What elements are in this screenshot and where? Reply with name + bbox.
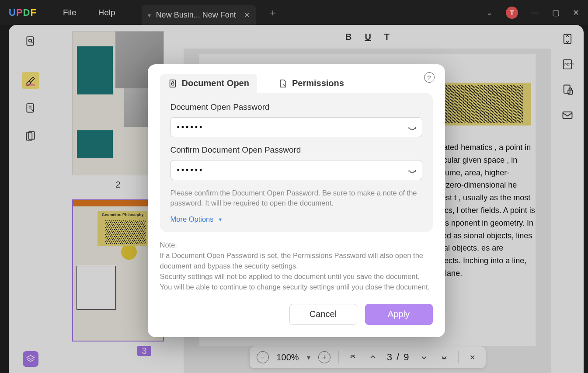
- user-avatar[interactable]: T: [506, 7, 518, 19]
- confirm-password-label: Confirm Document Open Password: [170, 145, 422, 155]
- document-tab[interactable]: ▾ New Busin... New Font ✕: [142, 5, 256, 25]
- maximize-icon[interactable]: ▢: [552, 8, 560, 17]
- reveal-password-icon[interactable]: [407, 122, 417, 133]
- password-hint: Please confirm the Document Open Passwor…: [170, 188, 422, 208]
- chevron-down-icon: ▼: [218, 217, 223, 222]
- menu-help[interactable]: Help: [98, 8, 115, 17]
- workspace: 2 Geometric Philosophy 3 B U T topology …: [9, 25, 584, 373]
- close-tab-icon[interactable]: ✕: [244, 11, 250, 19]
- password-input[interactable]: [170, 117, 422, 137]
- tab-document-open[interactable]: Document Open: [160, 74, 257, 93]
- modal-overlay: ? Document Open Permissions Document Ope…: [9, 25, 584, 373]
- confirm-password-input[interactable]: [170, 160, 422, 180]
- add-tab-button[interactable]: ＋: [268, 6, 278, 19]
- tab-document-open-label: Document Open: [182, 78, 249, 88]
- svg-rect-12: [170, 80, 175, 87]
- password-label: Document Open Password: [170, 102, 422, 112]
- cancel-button[interactable]: Cancel: [289, 304, 357, 325]
- menubar: File Help: [63, 8, 115, 17]
- tab-title: New Busin... New Font: [156, 10, 236, 20]
- permissions-icon: [278, 79, 288, 88]
- window-dropdown-icon[interactable]: ⌄: [486, 8, 493, 17]
- dialog-note: Note: If a Document Open Password is set…: [160, 240, 433, 293]
- tab-permissions-label: Permissions: [292, 78, 344, 88]
- tab-permissions[interactable]: Permissions: [270, 74, 352, 93]
- document-open-panel: Document Open Password Confirm Document …: [160, 93, 433, 232]
- help-icon[interactable]: ?: [424, 72, 435, 83]
- chevron-down-icon[interactable]: ▾: [148, 12, 151, 19]
- more-options-link[interactable]: More Options ▼: [170, 215, 422, 223]
- menu-file[interactable]: File: [63, 8, 77, 17]
- more-options-label: More Options: [170, 215, 214, 223]
- password-dialog: ? Document Open Permissions Document Ope…: [148, 64, 445, 337]
- reveal-confirm-icon[interactable]: [407, 164, 417, 176]
- titlebar: UPDF File Help ▾ New Busin... New Font ✕…: [0, 0, 588, 25]
- apply-button[interactable]: Apply: [365, 304, 433, 325]
- app-logo: UPDF: [9, 7, 37, 18]
- svg-rect-13: [171, 83, 174, 85]
- minimize-icon[interactable]: —: [531, 8, 539, 17]
- document-lock-icon: [168, 79, 177, 88]
- close-window-icon[interactable]: ✕: [573, 8, 579, 17]
